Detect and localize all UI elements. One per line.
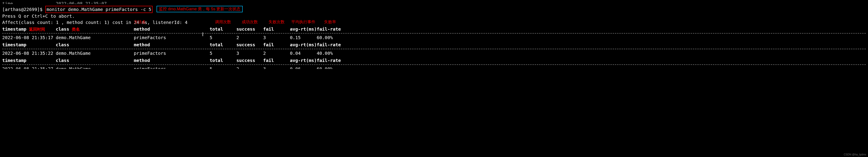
header-annotations: 方法名 调用次数 成功次数 失败次数 平均执行事件 失败率	[2, 19, 866, 25]
separator	[2, 49, 866, 49]
anno-fail-rate: 失败率	[317, 19, 343, 25]
command-line[interactable]: [arthas@22699]$ monitor demo.MathGame pr…	[2, 6, 866, 13]
monitor-command: monitor demo.MathGame primeFactors -c 5	[45, 6, 153, 13]
anno-method: 方法名	[134, 19, 210, 25]
table-row: 2022-06-08 21:35:27 demo.MathGame primeF…	[2, 65, 866, 69]
col-avg-rt: avg-rt(ms)	[290, 26, 317, 32]
anno-success: 成功次数	[237, 19, 263, 25]
col-fail-rate: fail-rate	[317, 26, 343, 32]
monitor-table: timestamp 返回时间 class 类名 method total suc…	[2, 26, 866, 69]
table-header: timestamp class method total success fai…	[2, 57, 866, 64]
col-success: success	[237, 26, 263, 32]
shell-prompt: [arthas@22699]$	[2, 7, 42, 12]
command-annotation: 监控 dmo.MathGame 类，每 5s 更新一次状态	[157, 6, 243, 12]
abort-hint: Press Q or Ctrl+C to abort.	[2, 13, 866, 19]
anno-avg-rt: 平均执行事件	[290, 19, 317, 25]
anno-timestamp: 返回时间	[29, 27, 45, 31]
table-header: timestamp class method total success fai…	[2, 41, 866, 48]
col-total: total	[210, 26, 237, 32]
separator	[2, 64, 866, 65]
table-row: 2022-06-08 21:35:17 demo.MathGame primeF…	[2, 34, 866, 41]
anno-total: 调用次数	[210, 19, 237, 25]
col-method: method	[134, 26, 210, 32]
prev-output-cutoff: time 2022-06-08 21:35:07	[2, 0, 866, 4]
cursor-tick-icon: ┃	[202, 32, 204, 37]
col-timestamp: timestamp 返回时间	[2, 26, 56, 32]
anno-class: 类名	[72, 27, 80, 31]
col-fail: fail	[263, 26, 290, 32]
col-class: class 类名	[56, 26, 134, 32]
anno-fail: 失败次数	[263, 19, 290, 25]
separator	[2, 33, 866, 33]
table-header: timestamp 返回时间 class 类名 method total suc…	[2, 26, 866, 33]
table-row: 2022-06-08 21:35:22 demo.MathGame primeF…	[2, 50, 866, 57]
